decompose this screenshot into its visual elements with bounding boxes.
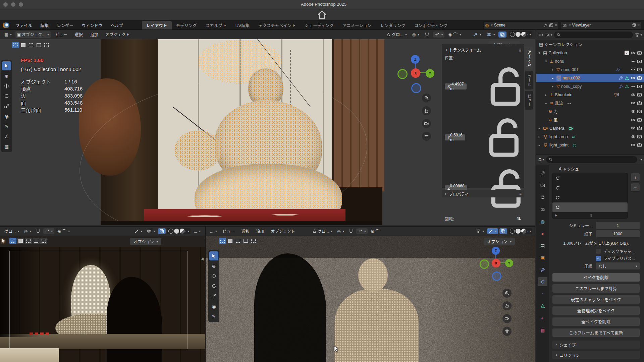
render-camera-icon[interactable] xyxy=(637,134,642,139)
tab-tool[interactable] xyxy=(538,169,547,178)
expand-arrow[interactable]: ▸ xyxy=(550,68,555,71)
header-more-dropdown[interactable]: ...▾ xyxy=(192,228,202,234)
render-camera-icon[interactable] xyxy=(637,75,642,80)
outliner-row-nonu002-selected[interactable]: ▸ ▽ nonu.002 xyxy=(536,74,644,82)
expand-arrow[interactable]: ▸ xyxy=(544,93,548,97)
gizmo-axis-z[interactable]: Z xyxy=(492,247,500,255)
tab-texture[interactable]: ▩ xyxy=(538,325,547,335)
new-scene-icon[interactable] xyxy=(549,23,553,27)
eye-icon[interactable] xyxy=(631,92,636,97)
select-subtract-button[interactable] xyxy=(25,238,32,244)
shading-dropdown[interactable]: ▾ xyxy=(529,33,531,36)
shading-wireframe-button[interactable] xyxy=(168,229,173,234)
tab-output[interactable] xyxy=(538,193,547,202)
menu-add[interactable]: 追加 xyxy=(88,31,101,38)
shading-material-button[interactable] xyxy=(521,32,526,37)
outliner-row-wind[interactable]: ≋ 風 xyxy=(536,116,644,124)
cache-item-selected[interactable] xyxy=(552,202,628,212)
tool-annotate[interactable]: ✎ xyxy=(209,312,218,321)
editor-type-button[interactable]: ...▾ xyxy=(208,228,219,234)
tab-view-layer[interactable] xyxy=(538,205,547,214)
render-camera-icon[interactable] xyxy=(637,126,642,131)
tab-tool[interactable]: ツール xyxy=(525,71,533,89)
eye-icon[interactable] xyxy=(631,134,636,139)
menu-file[interactable]: ファイル xyxy=(11,22,36,28)
cache-item[interactable] xyxy=(552,193,628,202)
eye-icon[interactable] xyxy=(631,101,636,106)
menu-view[interactable]: ビュー xyxy=(220,228,237,235)
snap-toggle[interactable] xyxy=(423,32,431,38)
expand-arrow[interactable]: ▸ xyxy=(544,102,548,105)
overlays-dropdown[interactable]: ▾ xyxy=(485,32,497,38)
shading-rendered-button[interactable] xyxy=(185,231,186,232)
tool-select-box[interactable] xyxy=(2,61,11,70)
tool-move[interactable] xyxy=(209,272,218,281)
shading-material-button[interactable] xyxy=(180,229,185,234)
transform-orientation-dropdown[interactable]: グロ...▾ xyxy=(384,31,409,38)
collection-checkbox[interactable]: ✓ xyxy=(625,51,629,55)
menu-object[interactable]: オブジェクト xyxy=(268,228,298,235)
cache-item[interactable] xyxy=(552,173,628,183)
expand-arrow[interactable]: ▸ xyxy=(550,76,555,80)
render-camera-icon[interactable] xyxy=(637,142,642,147)
snap-toggle[interactable] xyxy=(347,228,355,234)
proportional-editing-toggle[interactable]: ◉⌒▾ xyxy=(446,31,463,39)
gizmo-axis-x[interactable]: X xyxy=(411,68,420,78)
tab-object[interactable]: ▣ xyxy=(538,253,547,262)
expand-arrow[interactable]: ▸ xyxy=(537,127,542,130)
render-camera-icon[interactable] xyxy=(637,117,642,122)
tab-render[interactable] xyxy=(538,181,547,190)
menu-edit[interactable]: 編集 xyxy=(36,22,53,28)
workspace-tab-uv[interactable]: UV編集 xyxy=(231,21,254,29)
render-camera-icon[interactable] xyxy=(637,101,642,106)
transform-panel-header[interactable]: ▾トランスフォーム⣿ xyxy=(445,47,521,53)
tool-rotate[interactable] xyxy=(2,92,11,101)
expand-arrow[interactable]: ▼ xyxy=(544,60,548,63)
gizmo-axis-x[interactable]: X xyxy=(492,259,500,267)
expand-arrow[interactable]: ▸ xyxy=(537,135,542,138)
shading-solid-button[interactable] xyxy=(516,229,521,234)
new-viewlayer-icon[interactable] xyxy=(632,23,636,27)
tool-move[interactable] xyxy=(2,81,11,90)
eye-icon[interactable] xyxy=(631,75,636,80)
pan-hand-button[interactable] xyxy=(422,106,431,115)
workspace-tab-texturepaint[interactable]: テクスチャペイント xyxy=(254,21,300,29)
overlays-dropdown[interactable]: ▾ xyxy=(487,228,498,234)
pivot-point-dropdown[interactable]: ◎▾ xyxy=(335,228,346,234)
shading-dropdown[interactable]: ▾ xyxy=(188,230,190,233)
eye-icon[interactable] xyxy=(631,126,636,131)
select-new-button[interactable] xyxy=(219,238,226,244)
select-subtract-button[interactable] xyxy=(35,42,42,48)
tab-view[interactable]: ビュー xyxy=(525,91,533,110)
tool-scale[interactable] xyxy=(209,292,218,301)
workspace-tab-compositing[interactable]: コンポジティング xyxy=(410,21,452,29)
editor-type-button[interactable]: ≡▾ xyxy=(538,33,543,37)
xray-toggle[interactable] xyxy=(158,228,166,234)
update-all-to-frame-button[interactable]: このフレームまですべて更新 xyxy=(552,328,640,337)
snap-target-dropdown[interactable]: ▾ xyxy=(43,228,55,234)
gizmo-axis-y-neg[interactable] xyxy=(397,69,408,79)
tab-collection[interactable]: ▤ xyxy=(538,241,547,250)
eye-icon[interactable] xyxy=(631,142,636,147)
disk-cache-checkbox[interactable] xyxy=(596,249,601,254)
menu-view[interactable]: ビュー xyxy=(53,31,70,38)
tab-object-data[interactable] xyxy=(538,301,547,310)
render-camera-icon[interactable] xyxy=(637,92,642,97)
gizmo-axis-y[interactable]: Y xyxy=(505,259,513,267)
overlays-dropdown[interactable]: ▾ xyxy=(145,228,157,234)
render-disabled-icon[interactable] xyxy=(637,67,642,72)
render-camera-icon[interactable] xyxy=(637,50,642,55)
workspace-tab-modeling[interactable]: モデリング xyxy=(172,21,202,29)
unlink-scene-icon[interactable]: × xyxy=(555,23,557,27)
tab-constraints[interactable]: ◔ xyxy=(538,289,547,298)
calculate-to-frame-button[interactable]: このフレームまで計算 xyxy=(552,284,640,293)
simulation-end-input[interactable]: 1000 xyxy=(596,230,640,237)
outliner-row-nonu[interactable]: ▼ ⊥ nonu xyxy=(536,57,644,65)
mode-dropdown[interactable]: ▣オブジェク...▾ xyxy=(15,31,51,38)
tool-transform[interactable]: ◉ xyxy=(2,112,11,121)
menu-help[interactable]: ヘルプ xyxy=(107,22,127,28)
navigation-gizmo[interactable]: Z X Y xyxy=(397,55,434,92)
pan-hand-button[interactable] xyxy=(502,301,512,310)
delete-bake-button[interactable]: ベイクを削除 xyxy=(552,273,640,282)
lock-icon[interactable] xyxy=(469,163,535,214)
